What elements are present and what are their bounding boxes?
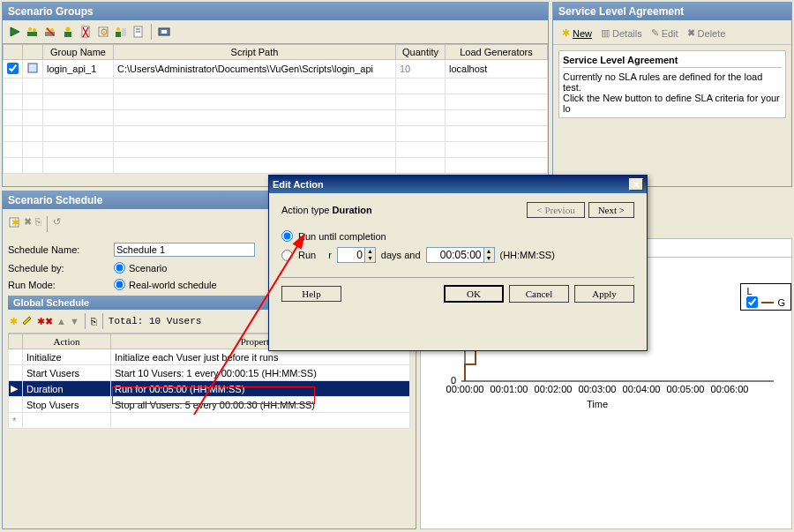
ok-button[interactable]: OK [444,285,504,303]
run-mode-label: Run Mode: [8,280,114,290]
details-icon: ▥ [601,27,610,39]
remove-group-icon[interactable] [43,25,57,39]
reset-schedule-icon: ↺ [53,216,61,232]
time-input[interactable] [427,249,483,261]
svg-marker-0 [11,27,19,36]
sla-toolbar: ✱ New ▥ Details ✎ Edit ✖ Delete [553,20,791,45]
script-path-cell[interactable]: C:\Users\Administrator\Documents\VuGen\S… [114,60,396,79]
group-name-cell[interactable]: login_api_1 [43,60,114,79]
current-row-icon: ▶ [11,383,18,394]
groups-table: Group Name Script Path Quantity Load Gen… [3,44,548,174]
delete-schedule-icon: ✖ [24,216,32,232]
col-group-name[interactable]: Group Name [43,45,114,60]
sla-edit-button: ✎ Edit [648,26,682,41]
run-icon[interactable] [8,25,22,39]
time-spinner[interactable]: ▲▼ [426,247,495,263]
action-type-label: Action type [281,205,329,215]
col-action[interactable]: Action [23,334,111,349]
schedule-by-label: Schedule by: [8,263,114,273]
lg-icon[interactable] [157,25,171,39]
quantity-cell[interactable]: 10 [396,60,446,79]
action-row-duration[interactable]: ▶ Duration Run for 00:05:00 (HH:MM:SS) [9,381,410,397]
vusers-icon[interactable] [61,25,75,39]
groups-toolbar: ⚙ [3,20,548,44]
dialog-title-text: Edit Action [273,179,324,190]
col-load-gen[interactable]: Load Generators [446,45,548,60]
cancel-button[interactable]: Cancel [509,285,569,303]
edit-action-icon[interactable] [21,314,34,328]
col-quantity[interactable]: Quantity [396,45,446,60]
next-button[interactable]: Next > [588,202,634,218]
svg-rect-3 [27,32,37,36]
pencil-icon: ✎ [651,27,659,39]
action-row-stop-vusers[interactable]: Stop Vusers Stop all Vusers: 5 every 00:… [9,397,410,413]
sla-info-box: Service Level Agreement Currently no SLA… [558,50,786,118]
delete-action-icon[interactable]: ✱✖ [37,316,53,327]
total-vusers-label: Total: 10 Vusers [109,316,202,326]
copy-icon[interactable]: ⎘ [91,316,97,326]
help-button[interactable]: Help [281,286,341,302]
new-schedule-icon[interactable]: ✱ [8,216,20,232]
svg-text:⚙: ⚙ [100,26,109,37]
run-until-completion-radio[interactable] [281,230,293,242]
days-input[interactable] [338,249,364,261]
copy-schedule-icon: ⎘ [35,216,41,232]
details-icon[interactable] [114,25,128,39]
svg-text:00:05:00: 00:05:00 [667,384,705,394]
action-row-start-vusers[interactable]: Start Vusers Start 10 Vusers: 1 every 00… [9,365,410,381]
add-action-icon[interactable]: ✱ [10,316,18,327]
sla-details-button: ▥ Details [597,26,646,41]
run-for-radio[interactable] [281,250,293,261]
time-up-icon[interactable]: ▲ [483,248,494,255]
sla-new-button[interactable]: ✱ New [558,26,596,41]
days-spinner[interactable]: ▲▼ [337,247,376,263]
days-up-icon[interactable]: ▲ [364,248,375,255]
svg-text:00:04:00: 00:04:00 [623,384,661,394]
svg-text:00:02:00: 00:02:00 [535,384,573,394]
loadgen-cell[interactable]: localhost [446,60,548,79]
svg-text:00:01:00: 00:01:00 [491,384,528,394]
svg-rect-9 [64,32,71,37]
run-mode-real-world-radio[interactable]: Real-world schedule [114,279,217,290]
move-down-icon: ▼ [70,316,79,326]
toolbar-separator [151,24,152,40]
add-group-icon[interactable] [26,25,40,39]
svg-text:00:00:00: 00:00:00 [446,384,484,394]
svg-text:00:06:00: 00:06:00 [711,384,749,394]
sla-title: Service Level Agreement [553,3,791,20]
scenario-groups-title: Scenario Groups [3,3,548,20]
group-enabled-checkbox[interactable] [7,63,19,74]
script-icon[interactable] [131,25,146,39]
action-type-value: Duration [332,205,371,215]
time-down-icon[interactable]: ▼ [483,255,494,262]
sla-delete-button: ✖ Delete [684,26,730,41]
dialog-titlebar[interactable]: Edit Action ✕ [269,176,647,193]
sla-panel: Service Level Agreement ✱ New ▥ Details … [552,2,792,187]
schedule-by-scenario-radio[interactable]: Scenario [114,262,167,273]
sla-msg-2: Click the New button to define SLA crite… [563,93,782,114]
delete-icon[interactable] [79,25,93,39]
svg-text:✱: ✱ [11,217,19,228]
star-icon: ✱ [562,27,570,39]
previous-button: < Previou [527,202,584,218]
run-until-completion-label: Run until completion [298,231,386,242]
svg-point-8 [66,27,71,32]
col-script-path[interactable]: Script Path [114,45,396,60]
svg-point-15 [116,27,120,31]
svg-rect-22 [161,30,167,34]
apply-button[interactable]: Apply [574,285,634,303]
dialog-close-button[interactable]: ✕ [629,178,643,191]
script-file-icon [26,62,39,74]
svg-text:Time: Time [587,399,608,409]
sla-msg-1: Currently no SLA rules are defined for t… [563,71,782,93]
delete-icon: ✖ [687,27,695,39]
svg-text:00:03:00: 00:03:00 [579,384,617,394]
edit-action-dialog: Edit Action ✕ Action type Duration < Pre… [268,175,648,351]
days-down-icon[interactable]: ▼ [364,255,375,262]
svg-rect-16 [116,32,121,37]
sla-sub-header: Service Level Agreement [563,55,782,68]
runtime-icon[interactable]: ⚙ [96,25,110,39]
schedule-name-input[interactable] [114,243,255,257]
group-row[interactable]: login_api_1 C:\Users\Administrator\Docum… [4,60,548,79]
action-row-initialize[interactable]: Initialize Initialize each Vuser just be… [9,349,410,365]
